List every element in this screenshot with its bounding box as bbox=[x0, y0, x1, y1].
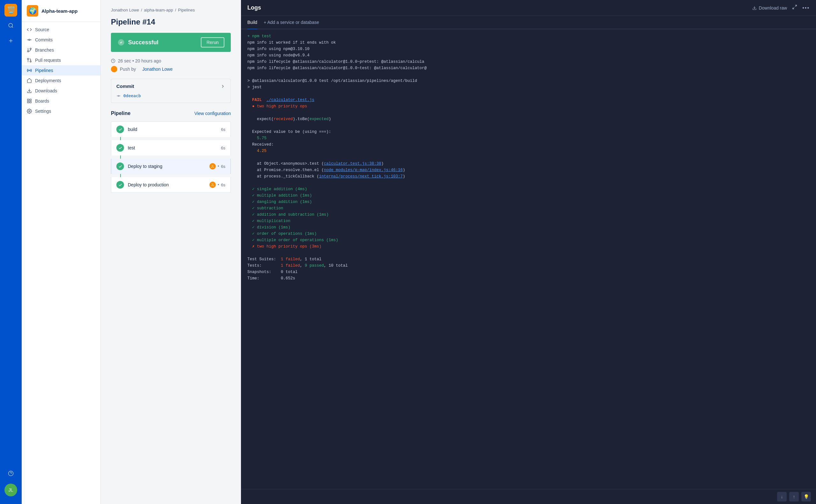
step-test-icon bbox=[116, 144, 124, 152]
sidebar-label-commits: Commits bbox=[35, 37, 53, 42]
code-icon bbox=[27, 27, 32, 32]
svg-point-3 bbox=[30, 61, 31, 62]
pr-icon bbox=[27, 58, 32, 63]
sidebar-item-boards[interactable]: Boards bbox=[22, 96, 100, 106]
svg-point-4 bbox=[27, 58, 29, 60]
check-icon-4 bbox=[118, 183, 122, 187]
step-deploy-production[interactable]: Deploy to production JL • 6s bbox=[111, 177, 231, 193]
step-deploy-staging-icon bbox=[116, 162, 124, 170]
commit-hash-link[interactable]: 0deeacb bbox=[123, 93, 141, 98]
sidebar-item-source[interactable]: Source bbox=[22, 25, 100, 35]
log-line-7: > @atlassian/calculator@1.0.0 test /opt/… bbox=[247, 78, 810, 84]
sidebar-item-branches[interactable]: Branches bbox=[22, 45, 100, 55]
chevron-right-icon bbox=[220, 84, 225, 89]
step-test[interactable]: test 6s bbox=[111, 140, 231, 155]
user-avatar[interactable]: JL bbox=[4, 484, 17, 496]
app-icon[interactable]: 🗑️ bbox=[4, 4, 17, 17]
step-deploy-staging-meta: JL • 6s bbox=[209, 163, 225, 169]
sidebar-item-deployments[interactable]: Deployments bbox=[22, 76, 100, 86]
sidebar-label-settings: Settings bbox=[35, 109, 51, 114]
trace-1-link[interactable]: calculator.test.js:38:38 bbox=[324, 162, 381, 166]
deployments-icon bbox=[27, 78, 32, 83]
log-check-6: ✓ multiplication bbox=[247, 218, 810, 224]
downloads-icon bbox=[27, 88, 32, 93]
trace-3-link[interactable]: internal/process/next_tick.js:103:7 bbox=[319, 174, 403, 179]
log-line-2: npm info it worked if it ends with ok bbox=[247, 40, 810, 46]
log-blank-4 bbox=[247, 122, 810, 129]
check-icon bbox=[118, 127, 122, 132]
download-raw-button[interactable]: Download raw bbox=[752, 5, 787, 11]
logs-tabs: Build + Add a service or database bbox=[241, 16, 816, 29]
breadcrumb-sep-1: / bbox=[141, 8, 142, 12]
sidebar-item-downloads[interactable]: Downloads bbox=[22, 86, 100, 96]
log-check-1: ✓ single addition (4ms) bbox=[247, 186, 810, 192]
help-button[interactable] bbox=[4, 467, 17, 480]
sidebar-label-branches: Branches bbox=[35, 47, 54, 53]
log-check-2: ✓ multiple addition (1ms) bbox=[247, 192, 810, 199]
sidebar-item-settings[interactable]: Settings bbox=[22, 106, 100, 116]
sidebar-label-pull-requests: Pull requests bbox=[35, 58, 61, 63]
rerun-button[interactable]: Rerun bbox=[201, 37, 224, 47]
commit-label: Commit bbox=[116, 83, 134, 89]
sidebar-item-pull-requests[interactable]: Pull requests bbox=[22, 55, 100, 65]
scroll-down-button[interactable]: ↓ bbox=[777, 492, 787, 501]
add-service-button[interactable]: + Add a service or database bbox=[263, 20, 319, 25]
log-line-6: npm info lifecycle @atlassian/calculator… bbox=[247, 65, 810, 71]
step-deploy-staging[interactable]: Deploy to staging JL • 6s bbox=[111, 159, 231, 174]
breadcrumb-user[interactable]: Jonathon Lowe bbox=[111, 8, 139, 12]
svg-point-14 bbox=[118, 95, 119, 97]
meta-info: 26 sec • 20 hours ago Push by Jonathon L… bbox=[111, 58, 231, 72]
step-build-time: 6s bbox=[221, 127, 225, 132]
success-check-icon bbox=[117, 39, 125, 46]
scroll-up-button[interactable]: ↑ bbox=[789, 492, 799, 501]
commit-hash-icon bbox=[116, 94, 121, 98]
step-test-name: test bbox=[128, 145, 217, 150]
sidebar-label-downloads: Downloads bbox=[35, 88, 57, 93]
step-build[interactable]: build 6s bbox=[111, 121, 231, 137]
breadcrumb-repo[interactable]: alpha-team-app bbox=[144, 8, 173, 12]
view-config-link[interactable]: View configuration bbox=[194, 111, 231, 116]
svg-rect-8 bbox=[30, 99, 31, 101]
fail-file-link[interactable]: ./calculator.test.js bbox=[266, 98, 314, 102]
check-icon-2 bbox=[118, 146, 122, 150]
sidebar: 🌍 Alpha-team-app Source Commits Branches bbox=[22, 0, 101, 504]
download-raw-label: Download raw bbox=[759, 5, 787, 11]
push-label: Push by bbox=[120, 67, 136, 72]
svg-line-16 bbox=[795, 5, 797, 7]
page-title: Pipeline #14 bbox=[111, 18, 231, 26]
trace-2-link[interactable]: node_modules/p-map/index.js:46:16 bbox=[324, 168, 403, 172]
sidebar-item-pipelines[interactable]: Pipelines bbox=[22, 65, 100, 76]
sidebar-app-title: Alpha-team-app bbox=[41, 8, 77, 14]
commit-header[interactable]: Commit bbox=[111, 79, 230, 93]
log-check-8: ✓ order of operations (1ms) bbox=[247, 231, 810, 237]
breadcrumb-pipelines[interactable]: Pipelines bbox=[178, 8, 195, 12]
log-blank-6 bbox=[247, 180, 810, 186]
more-options-button[interactable]: ••• bbox=[802, 5, 810, 11]
sidebar-app-icon: 🌍 bbox=[27, 5, 38, 17]
step-dot-2: • bbox=[218, 183, 219, 187]
log-time: Time: 0.652s bbox=[247, 275, 810, 282]
log-received-label: Received: bbox=[247, 141, 810, 148]
pusher-link[interactable]: Jonathon Lowe bbox=[142, 67, 172, 72]
tab-build[interactable]: Build bbox=[247, 16, 257, 29]
sidebar-item-commits[interactable]: Commits bbox=[22, 35, 100, 45]
search-button[interactable] bbox=[4, 19, 17, 32]
step-deploy-production-meta: JL • 6s bbox=[209, 182, 225, 188]
logs-body: + npm test npm info it worked if it ends… bbox=[241, 29, 816, 489]
log-trace-2: at Promise.resolve.then.el (node_modules… bbox=[247, 167, 810, 173]
commit-body: 0deeacb bbox=[111, 93, 230, 103]
step-deploy-staging-avatar: JL bbox=[209, 163, 216, 169]
duration-text: 26 sec • 20 hours ago bbox=[118, 58, 161, 63]
log-received-value: 4.25 bbox=[247, 148, 810, 154]
toggle-theme-button[interactable]: 💡 bbox=[801, 492, 811, 501]
step-deploy-production-time: 6s bbox=[221, 183, 225, 187]
download-icon bbox=[752, 6, 757, 10]
log-snapshots: Snapshots: 0 total bbox=[247, 269, 810, 275]
add-button[interactable] bbox=[4, 34, 17, 47]
expand-logs-button[interactable] bbox=[792, 4, 797, 11]
log-trace-3: at process._tickCallback (internal/proce… bbox=[247, 173, 810, 180]
logs-panel: Logs Download raw ••• Build + Add a serv… bbox=[241, 0, 816, 504]
log-line-8: > jest bbox=[247, 84, 810, 90]
step-connector-1 bbox=[120, 137, 121, 140]
sidebar-nav: Source Commits Branches Pull requests bbox=[22, 22, 100, 119]
